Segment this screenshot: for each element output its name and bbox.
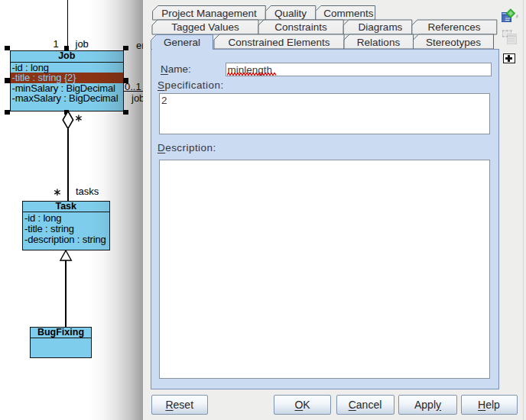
svg-text:Comments: Comments	[323, 8, 374, 19]
svg-text:General: General	[164, 37, 200, 48]
svg-text:Quality: Quality	[274, 8, 307, 19]
svg-text:References: References	[427, 21, 480, 33]
svg-text:Constraints: Constraints	[274, 21, 327, 33]
svg-text:Relations: Relations	[357, 37, 401, 48]
svg-text:Diagrams: Diagrams	[359, 21, 403, 33]
svg-text:Constrained Elements: Constrained Elements	[229, 37, 330, 48]
svg-text:Project Management: Project Management	[161, 8, 257, 19]
svg-text:Tagged Values: Tagged Values	[171, 21, 239, 33]
svg-text:Stereotypes: Stereotypes	[426, 37, 481, 48]
